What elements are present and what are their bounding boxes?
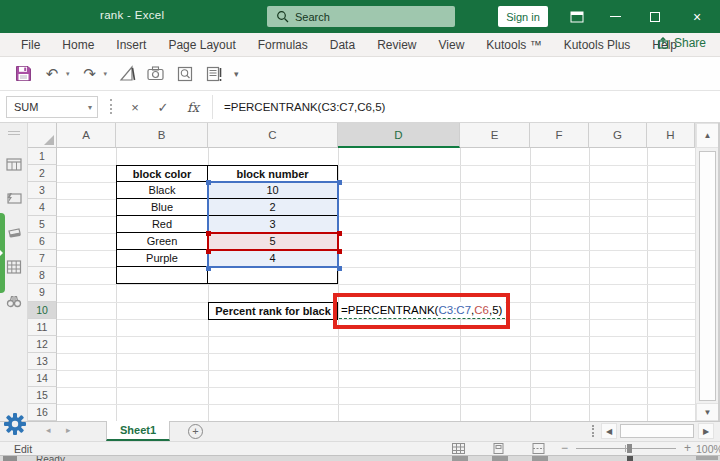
scroll-down-button[interactable]: ▼ — [696, 403, 719, 421]
cell-B3[interactable]: Black — [116, 182, 208, 199]
row-header-9[interactable]: 9 — [28, 284, 57, 301]
cell-C5[interactable]: 3 — [208, 216, 338, 233]
cancel-button[interactable]: × — [124, 96, 146, 118]
properties-button[interactable] — [205, 65, 223, 83]
row-header-7[interactable]: 7 — [28, 250, 57, 267]
select-all-button[interactable] — [28, 123, 57, 148]
row-header-2[interactable]: 2 — [28, 165, 57, 182]
sheet-nav-right-button[interactable]: ▸ — [66, 425, 71, 435]
column-header-A[interactable]: A — [57, 123, 116, 148]
tab-review[interactable]: Review — [366, 33, 427, 57]
column-header-C[interactable]: C — [208, 123, 338, 148]
ribbon-display-options-button[interactable] — [560, 0, 594, 33]
sign-in-button[interactable]: Sign in — [498, 6, 548, 27]
qat-overflow-chevron[interactable]: ▾ — [234, 69, 239, 79]
share-button[interactable]: Share — [657, 36, 706, 50]
sheet-tab-sheet1[interactable]: Sheet1 — [106, 421, 170, 441]
column-header-E[interactable]: E — [460, 123, 530, 148]
column-header-G[interactable]: G — [589, 123, 647, 148]
row-header-11[interactable]: 11 — [28, 319, 57, 336]
cell-C3[interactable]: 10 — [208, 182, 338, 199]
tab-insert[interactable]: Insert — [105, 33, 157, 57]
binoculars-icon[interactable] — [6, 293, 22, 309]
vertical-scrollbar[interactable]: ▲ ▼ — [695, 123, 718, 441]
page-layout-view-button[interactable] — [492, 443, 505, 454]
name-box[interactable]: SUM ▾ — [6, 96, 98, 118]
scroll-up-button[interactable]: ▲ — [696, 123, 719, 148]
row-header-15[interactable]: 15 — [28, 387, 57, 404]
search-box[interactable]: Search — [267, 6, 455, 27]
cell-B6[interactable]: Green — [116, 233, 208, 250]
vertical-scrollbar-thumb[interactable] — [699, 151, 716, 401]
undo-button[interactable]: ↶ — [43, 65, 61, 83]
zoom-level-label[interactable]: 100% — [696, 443, 720, 455]
cell-C8[interactable] — [208, 267, 338, 284]
cell-B7[interactable]: Purple — [116, 250, 208, 267]
sidebar-drag-handle[interactable] — [8, 131, 20, 135]
maximize-button[interactable] — [638, 0, 672, 33]
row-header-4[interactable]: 4 — [28, 199, 57, 216]
set-square-button[interactable] — [118, 65, 136, 83]
column-header-B[interactable]: B — [116, 123, 208, 148]
row-header-6[interactable]: 6 — [28, 233, 57, 250]
cell-B2-header[interactable]: block color — [116, 165, 208, 182]
zoom-slider-thumb[interactable] — [627, 444, 632, 453]
row-header-10[interactable]: 10 — [28, 302, 57, 319]
save-button[interactable] — [14, 65, 32, 83]
page-break-view-button[interactable] — [532, 443, 545, 454]
cell-C7[interactable]: 4 — [208, 250, 338, 267]
undo-dropdown-chevron[interactable]: ▾ — [66, 70, 70, 78]
workbook-pane-icon[interactable] — [6, 157, 22, 173]
name-box-dropdown-chevron[interactable]: ▾ — [88, 103, 92, 112]
row-header-5[interactable]: 5 — [28, 216, 57, 233]
redo-button[interactable]: ↷ — [81, 65, 99, 83]
cell-C6[interactable]: 5 — [208, 233, 338, 250]
horizontal-scrollbar-thumb[interactable] — [620, 424, 694, 438]
hscroll-right-button[interactable]: ▶ — [698, 423, 714, 439]
formula-bar-grip[interactable] — [110, 99, 112, 114]
tabbar-grip[interactable] — [592, 425, 594, 437]
print-preview-button[interactable] — [176, 65, 194, 83]
column-header-D[interactable]: D — [338, 123, 460, 148]
tab-view[interactable]: View — [428, 33, 476, 57]
normal-view-button[interactable] — [452, 443, 465, 454]
row-header-12[interactable]: 12 — [28, 336, 57, 353]
camera-button[interactable] — [147, 65, 165, 83]
columns-grid-icon[interactable] — [6, 259, 22, 275]
spreadsheet-grid[interactable]: Percent rank for black =PERCENTRANK(C3:C… — [28, 123, 695, 441]
minimize-button[interactable] — [598, 0, 632, 33]
redo-dropdown-chevron[interactable]: ▾ — [104, 70, 108, 78]
tab-data[interactable]: Data — [319, 33, 366, 57]
cell-C2-header[interactable]: block number — [208, 165, 338, 182]
zoom-out-button[interactable]: − — [561, 441, 568, 455]
tab-formulas[interactable]: Formulas — [247, 33, 319, 57]
row-header-16[interactable]: 16 — [28, 404, 57, 421]
row-header-13[interactable]: 13 — [28, 353, 57, 370]
tab-page-layout[interactable]: Page Layout — [157, 33, 246, 57]
insert-function-button[interactable]: fx — [182, 96, 204, 118]
sidebar-collapsed-pane-bar[interactable] — [0, 213, 5, 293]
column-header-H[interactable]: H — [647, 123, 695, 148]
sheet-nav-left-button[interactable]: ◂ — [46, 425, 51, 435]
row-header-8[interactable]: 8 — [28, 267, 57, 284]
cell-C4[interactable]: 2 — [208, 199, 338, 216]
add-sheet-button[interactable]: + — [188, 424, 203, 439]
cell-B5[interactable]: Red — [116, 216, 208, 233]
cell-B8[interactable] — [116, 267, 208, 284]
printer-icon[interactable] — [6, 225, 22, 241]
enter-button[interactable]: ✓ — [152, 96, 174, 118]
formula-bar-input[interactable]: =PERCENTRANK(C3:C7,C6,5) — [224, 101, 385, 113]
column-header-F[interactable]: F — [530, 123, 589, 148]
close-button[interactable]: × — [680, 0, 714, 33]
tab-home[interactable]: Home — [51, 33, 105, 57]
kutools-settings-button[interactable] — [3, 412, 27, 436]
cell-B4[interactable]: Blue — [116, 199, 208, 216]
zoom-in-button[interactable]: + — [684, 441, 691, 455]
row-header-14[interactable]: 14 — [28, 370, 57, 387]
zoom-slider-track[interactable] — [576, 448, 676, 449]
row-header-1[interactable]: 1 — [28, 148, 57, 165]
quick-pane-icon[interactable] — [6, 191, 22, 207]
tab-kutools-plus[interactable]: Kutools Plus — [553, 33, 642, 57]
hscroll-left-button[interactable]: ◀ — [601, 423, 617, 439]
cell-C10-label[interactable]: Percent rank for black — [208, 302, 338, 320]
